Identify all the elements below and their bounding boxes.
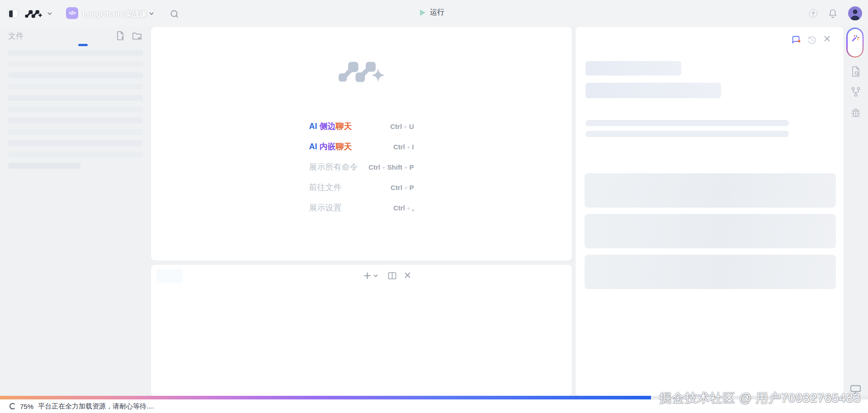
code-badge-icon[interactable]: </> [66, 7, 78, 19]
new-folder-icon[interactable] [132, 31, 142, 41]
project-title[interactable]: LangChain 实战课 [82, 9, 147, 19]
app-logo-icon[interactable] [24, 7, 44, 19]
shortcut-label: 前往文件 [309, 182, 342, 193]
loading-indicator-bar [78, 44, 88, 46]
play-icon [420, 9, 426, 16]
skeleton-block [585, 173, 836, 208]
shortcut-label: 展示所有命令 [309, 161, 358, 172]
load-progress-fill [0, 396, 651, 399]
load-progress-bar [0, 396, 868, 399]
file-row-skeleton [8, 118, 143, 123]
shortcut-keys: Ctrl+, [393, 204, 414, 212]
run-label: 运行 [430, 8, 444, 17]
file-row-skeleton [8, 140, 143, 146]
history-icon[interactable] [807, 35, 817, 45]
branch-icon[interactable] [850, 86, 861, 98]
console-tab-skeleton [156, 269, 183, 283]
skeleton-block [585, 255, 836, 289]
file-row-skeleton [8, 50, 143, 56]
skeleton-bar [585, 83, 721, 98]
file-row-skeleton [8, 84, 143, 90]
file-row-skeleton [8, 61, 143, 67]
app-logo-watermark-icon [335, 56, 389, 84]
shortcut-keys: Ctrl+I [393, 143, 414, 151]
shortcut-row[interactable]: AI 侧边聊天Ctrl+U [309, 121, 414, 132]
user-icon [848, 6, 862, 20]
status-bar: 75% 平台正在全力加载资源，请耐心等待.... [0, 399, 868, 413]
shortcut-row[interactable]: 前往文件Ctrl+P [309, 182, 414, 193]
skeleton-line [585, 120, 789, 126]
file-row-skeleton [8, 129, 143, 135]
file-row-skeleton [8, 72, 143, 78]
new-file-icon[interactable] [116, 31, 125, 41]
new-chat-icon[interactable] [791, 35, 801, 45]
file-row-skeleton [8, 152, 143, 157]
progress-percent: 75% [20, 403, 33, 410]
bell-icon[interactable] [828, 9, 837, 18]
console-panel [151, 265, 572, 396]
help-icon[interactable]: ? [809, 9, 817, 18]
monitor-icon[interactable] [850, 385, 861, 394]
spinner-icon [9, 403, 16, 409]
ai-assistant-button[interactable] [846, 28, 863, 57]
shortcut-row[interactable]: 展示设置Ctrl+, [309, 202, 414, 213]
shortcut-keys: Ctrl+Shift+P [368, 163, 414, 171]
skeleton-block [585, 214, 836, 248]
shortcut-label: AI 侧边聊天 [309, 121, 352, 132]
skeleton-line [585, 131, 789, 137]
search-icon[interactable] [170, 9, 179, 19]
close-icon[interactable] [824, 35, 830, 42]
shortcut-label: 展示设置 [309, 202, 342, 213]
avatar[interactable] [848, 6, 862, 20]
shortcut-keys: Ctrl+P [391, 184, 414, 191]
ai-wand-icon [850, 33, 860, 43]
shortcut-list: AI 侧边聊天Ctrl+UAI 内嵌聊天Ctrl+I展示所有命令Ctrl+Shi… [151, 121, 572, 223]
editor-panel: AI 侧边聊天Ctrl+UAI 内嵌聊天Ctrl+I展示所有命令Ctrl+Shi… [151, 27, 572, 261]
plus-icon[interactable] [363, 272, 371, 280]
run-button[interactable]: 运行 [420, 8, 444, 17]
file-row-skeleton [8, 106, 143, 112]
chevron-down-icon[interactable] [148, 10, 155, 17]
shortcut-row[interactable]: AI 内嵌聊天Ctrl+I [309, 141, 414, 152]
bug-icon[interactable] [850, 107, 861, 119]
top-bar: </> LangChain 实战课 运行 ? [0, 0, 868, 27]
ai-chat-panel [576, 27, 844, 396]
file-row-skeleton [8, 95, 143, 101]
chevron-down-icon[interactable] [373, 274, 378, 278]
split-panel-icon[interactable] [388, 272, 396, 280]
shortcut-label: AI 内嵌聊天 [309, 141, 352, 152]
file-row-skeleton [8, 163, 80, 169]
files-panel-title: 文件 [8, 31, 24, 41]
file-explorer-panel: 文件 [0, 27, 151, 396]
status-message: 平台正在全力加载资源，请耐心等待.... [38, 402, 154, 411]
shortcut-row[interactable]: 展示所有命令Ctrl+Shift+P [309, 161, 414, 172]
chevron-down-icon[interactable] [47, 10, 53, 17]
skeleton-bar [585, 61, 681, 76]
sidebar-toggle-icon[interactable] [8, 9, 18, 18]
right-icon-rail [844, 27, 868, 396]
close-icon[interactable] [404, 272, 411, 279]
file-search-icon[interactable] [850, 66, 861, 77]
shortcut-keys: Ctrl+U [390, 123, 414, 130]
